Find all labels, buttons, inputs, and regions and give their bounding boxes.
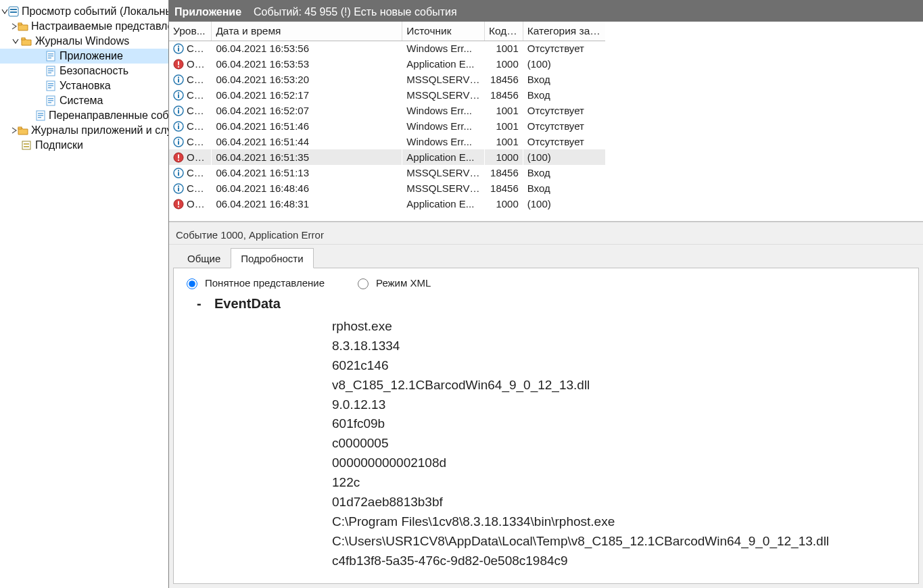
info-icon bbox=[173, 43, 184, 54]
cell-category: (100) bbox=[523, 56, 605, 72]
tree-root[interactable]: Просмотр событий (Локальный bbox=[0, 4, 168, 19]
cell-date: 06.04.2021 16:51:35 bbox=[212, 149, 402, 165]
cell-source: MSSQLSERVER bbox=[402, 72, 485, 87]
cell-date: 06.04.2021 16:53:53 bbox=[212, 56, 402, 72]
cell-source: Windows Err... bbox=[402, 134, 485, 149]
eventdata-value: 8.3.18.1334 bbox=[332, 337, 909, 356]
cell-date: 06.04.2021 16:53:20 bbox=[212, 72, 402, 87]
error-icon bbox=[173, 152, 184, 163]
eventdata-value: 000000000002108d bbox=[332, 454, 909, 473]
cell-category: (100) bbox=[523, 196, 605, 212]
col-code[interactable]: Код с... bbox=[484, 22, 523, 41]
tab-details[interactable]: Подробности bbox=[231, 248, 313, 268]
table-row[interactable]: Ош...06.04.2021 16:51:35Application E...… bbox=[169, 149, 605, 165]
cell-source: Windows Err... bbox=[402, 118, 485, 134]
col-source[interactable]: Источник bbox=[402, 22, 485, 41]
info-icon bbox=[173, 168, 184, 178]
navigation-tree[interactable]: Просмотр событий (Локальный Настраиваемы… bbox=[0, 0, 169, 588]
tree-custom-views[interactable]: Настраиваемые представлен bbox=[0, 19, 168, 34]
info-icon bbox=[173, 74, 184, 85]
eventdata-value: 122c bbox=[332, 473, 909, 493]
table-row[interactable]: Св...06.04.2021 16:48:46MSSQLSERVER18456… bbox=[169, 180, 605, 196]
event-viewer-icon bbox=[8, 5, 19, 18]
table-row[interactable]: Св...06.04.2021 16:52:17MSSQLSERVER18456… bbox=[169, 87, 605, 103]
tab-general[interactable]: Общие bbox=[177, 248, 231, 268]
cell-source: MSSQLSERVER bbox=[402, 87, 485, 103]
eventdata-value: v8_C185_12.1CBarcodWin64_9_0_12_13.dll bbox=[332, 376, 909, 395]
radio-friendly-view[interactable]: Понятное представление bbox=[183, 276, 325, 289]
eventdata-value: c0000005 bbox=[332, 434, 909, 454]
cell-date: 06.04.2021 16:48:31 bbox=[212, 196, 402, 212]
chevron-down-icon[interactable] bbox=[11, 38, 20, 45]
folder-icon bbox=[18, 124, 28, 137]
cell-source: Application E... bbox=[402, 196, 485, 212]
table-row[interactable]: Св...06.04.2021 16:51:13MSSQLSERVER18456… bbox=[169, 165, 605, 180]
radio-friendly-input[interactable] bbox=[187, 278, 197, 289]
table-row[interactable]: Св...06.04.2021 16:51:44Windows Err...10… bbox=[169, 134, 605, 149]
collapse-toggle[interactable]: - bbox=[197, 296, 206, 312]
table-row[interactable]: Св...06.04.2021 16:53:56Windows Err...10… bbox=[169, 41, 605, 56]
tree-windows-logs[interactable]: Журналы Windows bbox=[0, 34, 168, 49]
grid-header-row[interactable]: Уров... Дата и время Источник Код с... К… bbox=[169, 22, 605, 41]
tree-subscriptions[interactable]: Подписки bbox=[0, 138, 168, 153]
eventdata-value: 9.0.12.13 bbox=[332, 395, 909, 415]
folder-icon bbox=[18, 20, 28, 32]
chevron-right-icon[interactable] bbox=[11, 23, 18, 30]
tree-app-services-logs[interactable]: Журналы приложений и слу bbox=[0, 123, 168, 138]
cell-date: 06.04.2021 16:53:56 bbox=[212, 41, 402, 56]
col-category[interactable]: Категория зад... bbox=[523, 22, 605, 41]
cell-code: 18456 bbox=[484, 87, 523, 103]
tree-label: Установка bbox=[60, 80, 111, 92]
cell-code: 1000 bbox=[484, 149, 523, 165]
tree-label: Приложение bbox=[60, 50, 123, 62]
eventdata-value: 6021c146 bbox=[332, 356, 909, 376]
chevron-right-icon[interactable] bbox=[11, 127, 18, 134]
info-icon bbox=[173, 90, 184, 101]
eventdata-value: 601fc09b bbox=[332, 414, 909, 434]
cell-level: Св... bbox=[169, 72, 212, 87]
log-icon bbox=[45, 50, 57, 62]
chevron-down-icon[interactable] bbox=[1, 8, 8, 15]
cell-category: (100) bbox=[523, 149, 605, 165]
cell-category: Отсутствует bbox=[523, 118, 605, 134]
col-level[interactable]: Уров... bbox=[169, 22, 212, 41]
log-icon bbox=[45, 80, 57, 92]
tree-log-system[interactable]: Система bbox=[0, 93, 168, 108]
cell-level: Св... bbox=[169, 180, 212, 196]
cell-category: Вход bbox=[523, 180, 605, 196]
tree-log-security[interactable]: Безопасность bbox=[0, 64, 168, 78]
radio-xml-view[interactable]: Режим XML bbox=[354, 276, 431, 289]
tree-label: Настраиваемые представлен bbox=[31, 20, 169, 32]
tree-label: Журналы приложений и слу bbox=[31, 124, 169, 137]
cell-code: 1001 bbox=[484, 134, 523, 149]
radio-xml-input[interactable] bbox=[358, 278, 369, 289]
info-icon bbox=[173, 183, 184, 194]
eventdata-value: C:\Program Files\1cv8\8.3.18.1334\bin\rp… bbox=[332, 512, 909, 532]
table-row[interactable]: Св...06.04.2021 16:52:07Windows Err...10… bbox=[169, 103, 605, 118]
tree-label: Подписки bbox=[35, 139, 83, 151]
cell-level: Св... bbox=[169, 103, 212, 118]
cell-category: Отсутствует bbox=[523, 41, 605, 56]
info-icon bbox=[173, 137, 184, 147]
table-row[interactable]: Ош...06.04.2021 16:48:31Application E...… bbox=[169, 196, 605, 212]
cell-code: 1000 bbox=[484, 56, 523, 72]
subscriptions-icon bbox=[20, 139, 32, 151]
tree-log-forwarded[interactable]: Перенаправленные соб bbox=[0, 108, 168, 123]
col-date[interactable]: Дата и время bbox=[212, 22, 402, 41]
log-icon bbox=[45, 95, 57, 107]
table-row[interactable]: Св...06.04.2021 16:51:46Windows Err...10… bbox=[169, 118, 605, 134]
eventdata-values: rphost.exe8.3.18.13346021c146v8_C185_12.… bbox=[197, 317, 909, 570]
cell-code: 1001 bbox=[484, 41, 523, 56]
radio-friendly-label: Понятное представление bbox=[205, 277, 325, 289]
cell-date: 06.04.2021 16:52:07 bbox=[212, 103, 402, 118]
cell-level: Ош... bbox=[169, 56, 212, 72]
tree-log-setup[interactable]: Установка bbox=[0, 78, 168, 93]
events-grid[interactable]: Уров... Дата и время Источник Код с... К… bbox=[169, 22, 923, 222]
cell-date: 06.04.2021 16:51:44 bbox=[212, 134, 402, 149]
table-row[interactable]: Св...06.04.2021 16:53:20MSSQLSERVER18456… bbox=[169, 72, 605, 87]
table-row[interactable]: Ош...06.04.2021 16:53:53Application E...… bbox=[169, 56, 605, 72]
eventdata-section-header[interactable]: - EventData bbox=[197, 296, 909, 312]
eventdata-value: c4fb13f8-5a35-476c-9d82-0e508c1984c9 bbox=[332, 552, 909, 571]
log-icon bbox=[35, 109, 46, 122]
tree-log-application[interactable]: Приложение bbox=[0, 49, 168, 64]
